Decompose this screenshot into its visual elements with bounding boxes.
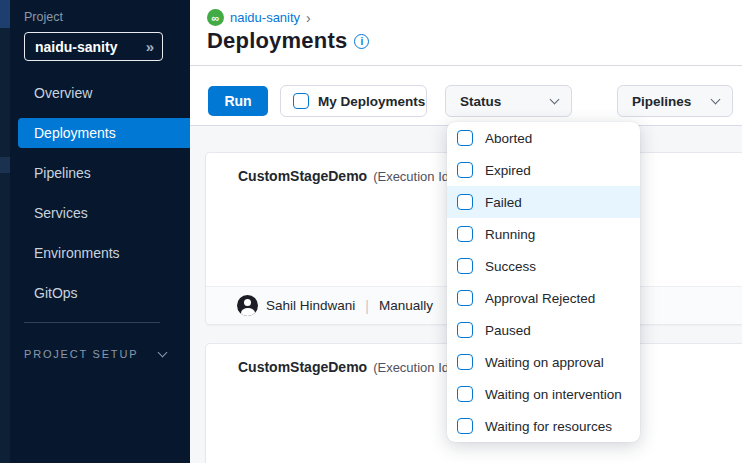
project-switcher-icon[interactable]: » bbox=[146, 38, 154, 55]
sidebar-item-environments[interactable]: Environments bbox=[18, 238, 190, 268]
checkbox-icon[interactable] bbox=[457, 418, 473, 434]
menu-item-waiting-on-approval[interactable]: Waiting on approval bbox=[447, 346, 640, 378]
execution-id-suffix: (Execution Id bbox=[373, 360, 449, 375]
project-setup-label: PROJECT SETUP bbox=[24, 348, 138, 360]
checkbox-icon[interactable] bbox=[457, 354, 473, 370]
toolbar: Run My Deployments Status Pipelines bbox=[190, 67, 742, 126]
execution-id-suffix: (Execution Id bbox=[373, 169, 449, 184]
project-sidebar: Project naidu-sanity » Overview Deployme… bbox=[0, 0, 190, 463]
project-setup-section[interactable]: PROJECT SETUP bbox=[24, 348, 166, 360]
checkbox-icon[interactable] bbox=[457, 386, 473, 402]
sidebar-item-pipelines[interactable]: Pipelines bbox=[18, 158, 190, 188]
my-deployments-checkbox-icon[interactable] bbox=[293, 93, 309, 109]
menu-item-waiting-on-intervention[interactable]: Waiting on intervention bbox=[447, 378, 640, 410]
pipeline-name[interactable]: CustomStageDemo bbox=[238, 359, 367, 375]
page-header: ∞ naidu-sanity › Deployments i bbox=[190, 0, 742, 66]
info-icon[interactable]: i bbox=[354, 34, 369, 49]
menu-item-expired[interactable]: Expired bbox=[447, 154, 640, 186]
chevron-down-icon bbox=[550, 94, 560, 104]
menu-item-paused[interactable]: Paused bbox=[447, 314, 640, 346]
run-button[interactable]: Run bbox=[208, 86, 268, 116]
menu-item-failed[interactable]: Failed bbox=[447, 186, 640, 218]
checkbox-icon[interactable] bbox=[457, 258, 473, 274]
page-title: Deployments bbox=[207, 28, 347, 54]
sidebar-nav: Overview Deployments Pipelines Services … bbox=[0, 78, 190, 318]
sidebar-item-gitops[interactable]: GitOps bbox=[18, 278, 190, 308]
project-selector[interactable]: naidu-sanity » bbox=[24, 32, 163, 61]
project-label: Project bbox=[24, 10, 63, 24]
my-deployments-toggle[interactable]: My Deployments bbox=[280, 85, 427, 117]
main-area: ∞ naidu-sanity › Deployments i Run My De… bbox=[190, 0, 742, 463]
project-name: naidu-sanity bbox=[35, 39, 146, 55]
breadcrumb: ∞ naidu-sanity › bbox=[207, 9, 311, 26]
checkbox-icon[interactable] bbox=[457, 226, 473, 242]
menu-item-aborted[interactable]: Aborted bbox=[447, 122, 640, 154]
menu-item-approval-rejected[interactable]: Approval Rejected bbox=[447, 282, 640, 314]
menu-item-success[interactable]: Success bbox=[447, 250, 640, 282]
status-filter-dropdown[interactable]: Status bbox=[445, 85, 572, 117]
checkbox-icon[interactable] bbox=[457, 194, 473, 210]
checkbox-icon[interactable] bbox=[457, 322, 473, 338]
pipelines-filter-dropdown[interactable]: Pipelines bbox=[617, 85, 733, 117]
checkbox-icon[interactable] bbox=[457, 130, 473, 146]
user-avatar-icon bbox=[237, 295, 258, 316]
footer-separator: | bbox=[365, 298, 369, 314]
breadcrumb-separator-icon: › bbox=[306, 10, 311, 26]
chevron-down-icon bbox=[711, 94, 721, 104]
triggered-by-user: Sahil Hindwani bbox=[266, 298, 355, 313]
pipeline-name[interactable]: CustomStageDemo bbox=[238, 168, 367, 184]
status-filter-menu: Aborted Expired Failed Running Success A… bbox=[447, 122, 640, 442]
sidebar-item-overview[interactable]: Overview bbox=[18, 78, 190, 108]
sidebar-item-services[interactable]: Services bbox=[18, 198, 190, 228]
breadcrumb-project-link[interactable]: naidu-sanity bbox=[230, 10, 300, 25]
sidebar-item-deployments[interactable]: Deployments bbox=[18, 118, 190, 148]
checkbox-icon[interactable] bbox=[457, 290, 473, 306]
sidebar-divider bbox=[24, 322, 160, 323]
module-rail-active-segment bbox=[0, 0, 10, 28]
menu-item-running[interactable]: Running bbox=[447, 218, 640, 250]
chevron-down-icon bbox=[158, 347, 168, 357]
checkbox-icon[interactable] bbox=[457, 162, 473, 178]
menu-item-waiting-for-resources[interactable]: Waiting for resources bbox=[447, 410, 640, 442]
trigger-type: Manually bbox=[379, 298, 433, 313]
cd-module-icon: ∞ bbox=[207, 9, 224, 26]
